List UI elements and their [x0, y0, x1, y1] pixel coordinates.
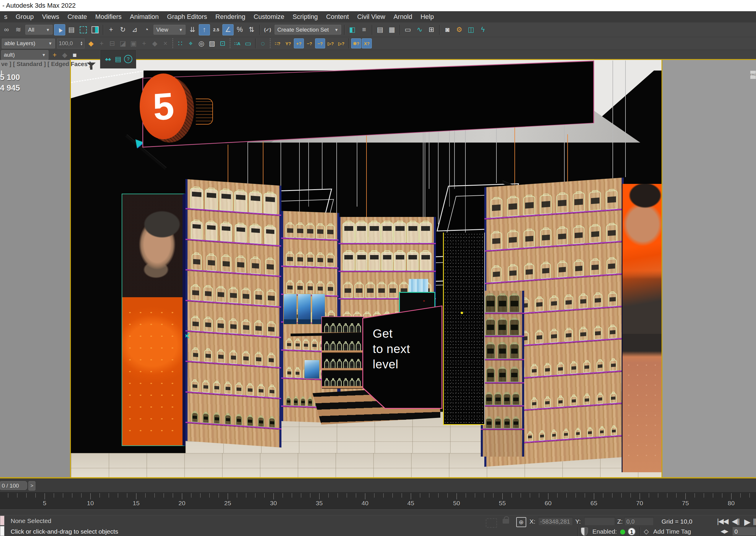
white-swatch-icon[interactable]: ■ — [70, 50, 80, 59]
clone-align-icon[interactable]: ◎ — [196, 38, 206, 49]
slider-help2-icon[interactable]: −? — [315, 38, 325, 49]
maxscript-mini-listener-white[interactable] — [0, 526, 4, 536]
select-and-scale-icon[interactable]: ⊿ — [129, 24, 140, 35]
menu-item-s[interactable]: s — [0, 11, 12, 22]
merge-layer-icon[interactable]: + — [139, 38, 149, 49]
scene-explorer-icon[interactable]: ▤ — [374, 24, 386, 35]
current-frame-field[interactable]: 0 — [732, 527, 756, 536]
menu-item-create[interactable]: Create — [63, 11, 91, 22]
grid-align-icon[interactable]: ∷A — [232, 38, 242, 49]
paint-canvas-icon[interactable]: ▨ — [207, 38, 217, 49]
mirror-icon[interactable]: ◧ — [347, 24, 358, 35]
perspective-viewport[interactable]: 5 Get to next level — [70, 59, 662, 478]
unlink-selection-icon[interactable]: ≋ — [13, 24, 24, 35]
layers-dropdown[interactable]: able Layers)▼ — [2, 39, 55, 49]
menu-item-views[interactable]: Views — [38, 11, 63, 22]
maxscript-mini-listener-pink[interactable] — [0, 516, 4, 525]
arrow-help2-icon[interactable]: ▷? — [336, 38, 346, 49]
menu-item-arnold[interactable]: Arnold — [389, 11, 416, 22]
render-frame-icon[interactable]: ◫ — [465, 24, 477, 35]
select-and-manipulate-icon[interactable]: ↑ — [199, 24, 210, 35]
curve-editor-icon[interactable]: ∿ — [414, 24, 425, 35]
pick-help-icon[interactable]: Y? — [283, 38, 293, 49]
rectangular-selection-region-icon[interactable] — [78, 24, 89, 35]
grid-help-icon[interactable]: ∷? — [273, 38, 283, 49]
add-layer-icon[interactable]: + — [50, 50, 59, 59]
selection-lock-icon[interactable] — [502, 519, 509, 523]
isolate-selection-icon[interactable] — [486, 518, 497, 528]
select-and-place-icon[interactable]: ◔ — [141, 24, 152, 35]
render-setup-icon[interactable]: ⚙ — [454, 24, 465, 35]
reference-coordinate-dropdown[interactable]: View▼ — [154, 25, 186, 35]
next-frame-button-2[interactable]: || — [753, 517, 755, 525]
spinner-snap-icon[interactable]: ⇅ — [246, 24, 257, 35]
layer-explorer-icon[interactable]: ▦ — [386, 24, 397, 35]
viewcube-front-face[interactable]: FRONT — [750, 71, 756, 79]
spinner-arrows-icon[interactable]: ▲▼ — [80, 41, 83, 46]
window-crossing-icon[interactable] — [89, 24, 101, 35]
selection-filter-dropdown[interactable]: All▼ — [25, 25, 52, 35]
circle-selection-icon[interactable]: ◌ — [258, 38, 268, 49]
select-by-name-icon[interactable]: ▤ — [66, 24, 77, 35]
render-production-icon[interactable]: ϟ — [477, 24, 489, 35]
menu-item-civil-view[interactable]: Civil View — [353, 11, 389, 22]
menu-item-rendering[interactable]: Rendering — [211, 11, 250, 22]
shield-icon[interactable] — [581, 527, 588, 536]
select-and-rotate-icon[interactable]: ↻ — [117, 24, 128, 35]
filter-funnel-icon[interactable] — [86, 63, 96, 71]
use-pivot-center-icon[interactable]: ⇊ — [187, 24, 198, 35]
select-and-move-icon[interactable]: + — [105, 24, 117, 35]
right-viewport-panel[interactable]: FRONT — [662, 59, 756, 477]
arrow-help-icon[interactable]: ▷? — [326, 38, 336, 49]
select-object-icon[interactable]: ▲ — [54, 24, 65, 35]
xray-help-icon[interactable]: X? — [362, 38, 372, 49]
spacing-tool-icon[interactable]: ∷ — [175, 38, 185, 49]
value-spinner[interactable]: 100,0▲▼ — [57, 39, 85, 49]
measure-icon[interactable]: ▭ — [243, 38, 253, 49]
next-frame-button[interactable]: > — [28, 481, 35, 490]
align-icon[interactable]: ≡ — [359, 24, 370, 35]
z-coordinate-field[interactable]: 0,0 — [624, 517, 654, 526]
percent-snap-icon[interactable]: % — [234, 24, 245, 35]
menu-item-modifiers[interactable]: Modifiers — [91, 11, 126, 22]
menu-item-content[interactable]: Content — [322, 11, 353, 22]
angle-snap-icon[interactable]: ∠ — [223, 24, 234, 35]
x-coordinate-field[interactable]: -58348,281 — [538, 517, 573, 526]
menu-item-group[interactable]: Group — [12, 11, 38, 22]
array-icon[interactable]: ⊡ — [218, 38, 228, 49]
freeze-help-icon[interactable]: ❄? — [351, 38, 361, 49]
select-layer-icon[interactable]: ▣ — [128, 38, 139, 49]
menu-item-animation[interactable]: Animation — [126, 11, 163, 22]
default-layer-dropdown[interactable]: ault)▼ — [1, 50, 49, 60]
y-coordinate-field[interactable] — [584, 517, 615, 526]
time-slider[interactable]: 0 / 100 — [0, 481, 27, 490]
menu-item-customize[interactable]: Customize — [250, 11, 289, 22]
play-button[interactable]: ▶ — [744, 517, 750, 527]
collapse-layers-icon[interactable]: × — [160, 38, 170, 49]
add-to-layer-icon[interactable]: ◪ — [118, 38, 128, 49]
snaps-toggle-icon[interactable]: 2.5 — [211, 24, 222, 35]
edit-named-sets-icon[interactable]: {✓} — [262, 24, 273, 35]
document-icon[interactable]: ▤ — [114, 54, 123, 63]
timeline-ruler[interactable]: 5101520253035404550556065707580 — [0, 492, 756, 510]
layer-stack-icon[interactable]: ◆ — [60, 50, 69, 59]
go-to-start-button[interactable]: |◀◀ — [717, 517, 728, 525]
key-mode-toggle-icon[interactable]: ◀▶ — [721, 528, 728, 535]
placement-target-icon[interactable]: ⌖ — [186, 38, 196, 49]
left-viewport-panel[interactable] — [0, 60, 70, 477]
delete-layer-icon[interactable]: ⊟ — [107, 38, 117, 49]
menu-item-help[interactable]: Help — [416, 11, 438, 22]
layer-manager-icon[interactable]: ◆ — [86, 38, 96, 49]
previous-frame-button[interactable]: ◀|| — [732, 517, 739, 525]
menu-item-graph-editors[interactable]: Graph Editors — [163, 11, 211, 22]
add-time-tag[interactable]: Add Time Tag — [653, 528, 691, 535]
viewport-label[interactable]: ve ] [ Standard ] [ Edged Faces ] — [1, 61, 91, 68]
expand-layers-icon[interactable]: ◆ — [150, 38, 160, 49]
material-editor-icon[interactable]: ◙ — [442, 24, 453, 35]
add-help-icon[interactable]: +? — [294, 38, 304, 49]
create-layer-icon[interactable]: + — [97, 38, 107, 49]
menu-item-scripting[interactable]: Scripting — [289, 11, 322, 22]
populate-icon[interactable]: ♣♣ — [103, 54, 113, 63]
absolute-mode-icon[interactable]: ⊕ — [516, 517, 526, 527]
ribbon-icon[interactable]: ▭ — [402, 24, 413, 35]
